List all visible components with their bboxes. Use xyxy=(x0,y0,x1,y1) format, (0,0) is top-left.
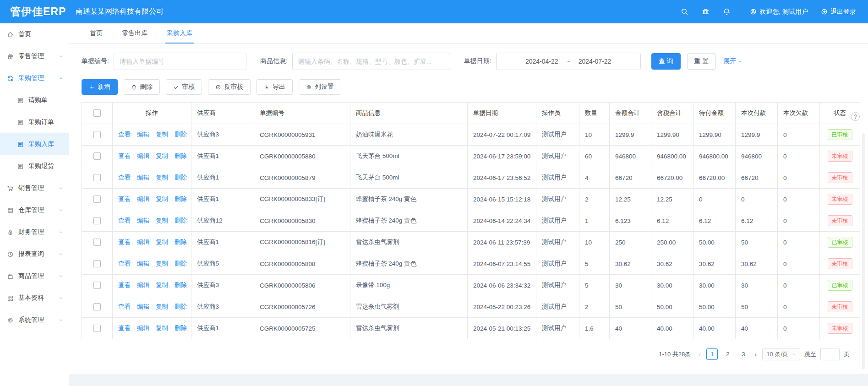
row-action-delete[interactable]: 删除 xyxy=(175,238,187,246)
bank-icon[interactable] xyxy=(695,0,716,23)
row-action-copy[interactable]: 复制 xyxy=(156,217,168,225)
row-actions-cell: 查看编辑复制删除 xyxy=(113,275,191,296)
sidebar-item-purchase-return[interactable]: 采购退货 xyxy=(0,155,69,177)
search-button[interactable]: 查 询 xyxy=(651,53,681,70)
row-action-edit[interactable]: 编辑 xyxy=(137,195,149,203)
select-all-checkbox[interactable] xyxy=(93,109,101,117)
row-checkbox[interactable] xyxy=(93,196,101,203)
cell-amount: 50 xyxy=(610,296,651,318)
row-action-delete[interactable]: 删除 xyxy=(175,217,187,225)
row-action-copy[interactable]: 复制 xyxy=(156,195,168,203)
row-action-delete[interactable]: 删除 xyxy=(175,130,187,139)
row-checkbox[interactable] xyxy=(93,217,101,224)
jump-page-input[interactable] xyxy=(820,348,840,360)
row-checkbox[interactable] xyxy=(93,152,101,160)
logout-button[interactable]: 退出登录 xyxy=(821,8,856,16)
row-action-edit[interactable]: 编辑 xyxy=(137,152,149,160)
row-action-delete[interactable]: 删除 xyxy=(175,152,187,160)
column-settings-button[interactable]: 列设置 xyxy=(299,79,341,95)
delete-button[interactable]: 删除 xyxy=(124,79,160,95)
audit-button[interactable]: 审核 xyxy=(166,79,202,95)
row-action-edit[interactable]: 编辑 xyxy=(137,174,149,182)
tab-purchase-inbound[interactable]: 采购入库 xyxy=(167,23,192,43)
row-action-view[interactable]: 查看 xyxy=(118,238,131,246)
date-range-picker[interactable]: 2024-04-22 ~ 2024-07-22 xyxy=(496,53,641,70)
sidebar-item-home[interactable]: 首页 xyxy=(0,23,69,45)
row-checkbox[interactable] xyxy=(93,325,101,332)
row-action-delete[interactable]: 删除 xyxy=(175,260,187,268)
page-number-1[interactable]: 1 xyxy=(706,348,718,360)
sidebar-item-finance-management[interactable]: 财务管理 xyxy=(0,221,69,243)
row-action-copy[interactable]: 复制 xyxy=(156,238,168,246)
sidebar-item-sales-management[interactable]: 销售管理 xyxy=(0,177,69,199)
sidebar-item-system-management[interactable]: 系统管理 xyxy=(0,309,69,331)
row-action-edit[interactable]: 编辑 xyxy=(137,303,149,311)
row-action-delete[interactable]: 删除 xyxy=(175,303,187,311)
row-action-view[interactable]: 查看 xyxy=(118,324,131,332)
row-checkbox[interactable] xyxy=(93,239,101,246)
row-action-copy[interactable]: 复制 xyxy=(156,130,168,139)
bill-no-input[interactable] xyxy=(114,53,246,70)
expand-toggle[interactable]: 展开 xyxy=(723,57,742,65)
sidebar-item-purchase-inbound[interactable]: 采购入库 xyxy=(0,133,69,155)
row-checkbox[interactable] xyxy=(93,131,101,138)
row-action-view[interactable]: 查看 xyxy=(118,174,131,182)
date-end[interactable]: 2024-07-22 xyxy=(579,58,611,65)
row-action-view[interactable]: 查看 xyxy=(118,281,131,289)
row-checkbox[interactable] xyxy=(93,260,101,267)
row-checkbox[interactable] xyxy=(93,303,101,310)
row-checkbox[interactable] xyxy=(93,174,101,181)
export-button[interactable]: 导出 xyxy=(257,79,293,95)
row-action-view[interactable]: 查看 xyxy=(118,130,131,139)
row-action-view[interactable]: 查看 xyxy=(118,152,131,160)
row-action-copy[interactable]: 复制 xyxy=(156,324,168,332)
sidebar-item-purchase-management[interactable]: 采购管理 xyxy=(0,67,69,89)
row-action-delete[interactable]: 删除 xyxy=(175,281,187,289)
status-badge: 未审核 xyxy=(828,172,852,183)
row-action-edit[interactable]: 编辑 xyxy=(137,281,149,289)
sidebar-item-goods-management[interactable]: 商品管理 xyxy=(0,265,69,287)
sidebar-item-retail-management[interactable]: 零售管理 xyxy=(0,45,69,67)
row-action-edit[interactable]: 编辑 xyxy=(137,238,149,246)
page-number-2[interactable]: 2 xyxy=(722,348,733,360)
row-action-delete[interactable]: 删除 xyxy=(175,174,187,182)
tab-home[interactable]: 首页 xyxy=(90,23,103,43)
notification-icon[interactable] xyxy=(716,0,737,23)
sidebar-item-report-query[interactable]: 报表查询 xyxy=(0,243,69,265)
next-page-button[interactable]: › xyxy=(753,350,758,358)
row-action-copy[interactable]: 复制 xyxy=(156,260,168,268)
sidebar-item-purchase-request[interactable]: 请购单 xyxy=(0,89,69,111)
row-action-edit[interactable]: 编辑 xyxy=(137,324,149,332)
prev-page-button[interactable]: ‹ xyxy=(697,350,702,358)
row-action-copy[interactable]: 复制 xyxy=(156,303,168,311)
sidebar-item-purchase-order[interactable]: 采购订单 xyxy=(0,111,69,133)
goods-info-input[interactable] xyxy=(292,53,450,70)
row-action-view[interactable]: 查看 xyxy=(118,260,131,268)
sidebar-item-basic-data[interactable]: 基本资料 xyxy=(0,287,69,309)
row-action-view[interactable]: 查看 xyxy=(118,303,131,311)
row-action-delete[interactable]: 删除 xyxy=(175,195,187,203)
row-action-edit[interactable]: 编辑 xyxy=(137,260,149,268)
unaudit-button[interactable]: 反审核 xyxy=(208,79,251,95)
sidebar-item-label: 采购订单 xyxy=(28,118,63,126)
row-action-copy[interactable]: 复制 xyxy=(156,174,168,182)
page-number-3[interactable]: 3 xyxy=(737,348,749,360)
row-action-copy[interactable]: 复制 xyxy=(156,152,168,160)
sidebar-item-warehouse-management[interactable]: 仓库管理 xyxy=(0,199,69,221)
row-action-view[interactable]: 查看 xyxy=(118,217,131,225)
row-action-edit[interactable]: 编辑 xyxy=(137,217,149,225)
row-checkbox[interactable] xyxy=(93,282,101,289)
reset-button[interactable]: 重 置 xyxy=(687,53,716,70)
row-action-delete[interactable]: 删除 xyxy=(175,324,187,332)
row-action-edit[interactable]: 编辑 xyxy=(137,130,149,139)
welcome-user[interactable]: 欢迎您, 测试用户 xyxy=(750,8,808,16)
row-action-copy[interactable]: 复制 xyxy=(156,281,168,289)
help-icon[interactable]: ? xyxy=(851,112,860,121)
page-size-select[interactable]: 10 条/页 xyxy=(762,348,800,360)
date-start[interactable]: 2024-04-22 xyxy=(525,58,558,65)
table-scrollbar[interactable] xyxy=(862,133,865,370)
row-action-view[interactable]: 查看 xyxy=(118,195,131,203)
tab-retail-outbound[interactable]: 零售出库 xyxy=(122,23,147,43)
search-icon[interactable] xyxy=(674,0,695,23)
add-button[interactable]: 新增 xyxy=(82,79,118,95)
